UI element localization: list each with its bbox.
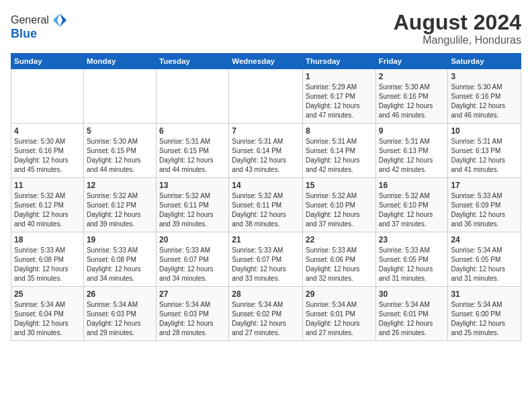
- calendar-header-wednesday: Wednesday: [229, 54, 303, 69]
- day-detail: Sunrise: 5:34 AM Sunset: 6:05 PM Dayligh…: [451, 246, 518, 283]
- day-number: 19: [87, 235, 153, 244]
- day-number: 4: [14, 126, 81, 136]
- calendar-week-3: 18Sunrise: 5:33 AM Sunset: 6:08 PM Dayli…: [11, 232, 521, 287]
- page-subtitle: Mangulile, Honduras: [394, 34, 521, 46]
- calendar-cell: 13Sunrise: 5:32 AM Sunset: 6:11 PM Dayli…: [156, 178, 228, 232]
- day-detail: Sunrise: 5:31 AM Sunset: 6:15 PM Dayligh…: [159, 137, 226, 175]
- calendar-cell: 9Sunrise: 5:31 AM Sunset: 6:13 PM Daylig…: [375, 124, 448, 178]
- logo-icon: [50, 11, 69, 30]
- day-detail: Sunrise: 5:33 AM Sunset: 6:08 PM Dayligh…: [87, 246, 153, 283]
- day-number: 30: [379, 289, 445, 299]
- day-number: 24: [451, 235, 518, 244]
- day-number: 29: [306, 289, 373, 299]
- day-number: 16: [379, 181, 445, 190]
- day-number: 8: [306, 126, 373, 136]
- calendar-cell: 4Sunrise: 5:30 AM Sunset: 6:16 PM Daylig…: [11, 124, 84, 178]
- calendar-table: SundayMondayTuesdayWednesdayThursdayFrid…: [11, 53, 521, 341]
- day-number: 1: [306, 72, 373, 81]
- page-title: August 2024: [394, 11, 521, 34]
- day-detail: Sunrise: 5:33 AM Sunset: 6:08 PM Dayligh…: [14, 246, 81, 283]
- day-number: 3: [451, 72, 518, 81]
- calendar-cell: 18Sunrise: 5:33 AM Sunset: 6:08 PM Dayli…: [11, 232, 84, 287]
- day-number: 22: [306, 235, 373, 244]
- day-detail: Sunrise: 5:34 AM Sunset: 6:00 PM Dayligh…: [451, 300, 518, 338]
- day-number: 27: [159, 289, 226, 299]
- day-detail: Sunrise: 5:30 AM Sunset: 6:16 PM Dayligh…: [379, 83, 445, 120]
- day-number: 2: [379, 72, 445, 81]
- day-number: 31: [451, 289, 518, 299]
- day-detail: Sunrise: 5:32 AM Sunset: 6:10 PM Dayligh…: [306, 191, 373, 229]
- day-detail: Sunrise: 5:32 AM Sunset: 6:12 PM Dayligh…: [87, 191, 153, 229]
- calendar-cell: 23Sunrise: 5:33 AM Sunset: 6:05 PM Dayli…: [375, 232, 448, 287]
- day-number: 23: [379, 235, 445, 244]
- day-detail: Sunrise: 5:32 AM Sunset: 6:12 PM Dayligh…: [14, 191, 81, 229]
- calendar-cell: 31Sunrise: 5:34 AM Sunset: 6:00 PM Dayli…: [448, 287, 521, 341]
- calendar-cell: 30Sunrise: 5:34 AM Sunset: 6:01 PM Dayli…: [375, 287, 448, 341]
- calendar-cell: 22Sunrise: 5:33 AM Sunset: 6:06 PM Dayli…: [302, 232, 375, 287]
- calendar-header-friday: Friday: [375, 54, 448, 69]
- calendar-cell: [229, 69, 303, 124]
- calendar-cell: 15Sunrise: 5:32 AM Sunset: 6:10 PM Dayli…: [302, 178, 375, 232]
- calendar-cell: 8Sunrise: 5:31 AM Sunset: 6:14 PM Daylig…: [302, 124, 375, 178]
- calendar-cell: 21Sunrise: 5:33 AM Sunset: 6:07 PM Dayli…: [229, 232, 303, 287]
- day-detail: Sunrise: 5:34 AM Sunset: 6:01 PM Dayligh…: [379, 300, 445, 338]
- calendar-cell: 27Sunrise: 5:34 AM Sunset: 6:03 PM Dayli…: [156, 287, 228, 341]
- calendar-week-2: 11Sunrise: 5:32 AM Sunset: 6:12 PM Dayli…: [11, 178, 521, 232]
- day-detail: Sunrise: 5:32 AM Sunset: 6:10 PM Dayligh…: [379, 191, 445, 229]
- title-block: August 2024 Mangulile, Honduras: [394, 11, 521, 46]
- day-number: 10: [451, 126, 518, 136]
- day-number: 13: [159, 181, 226, 190]
- day-number: 21: [232, 235, 300, 244]
- day-number: 17: [451, 181, 518, 190]
- day-detail: Sunrise: 5:32 AM Sunset: 6:11 PM Dayligh…: [159, 191, 226, 229]
- calendar-cell: 19Sunrise: 5:33 AM Sunset: 6:08 PM Dayli…: [83, 232, 156, 287]
- day-detail: Sunrise: 5:33 AM Sunset: 6:07 PM Dayligh…: [232, 246, 300, 283]
- calendar-cell: 29Sunrise: 5:34 AM Sunset: 6:01 PM Dayli…: [302, 287, 375, 341]
- day-detail: Sunrise: 5:34 AM Sunset: 6:03 PM Dayligh…: [87, 300, 153, 338]
- day-detail: Sunrise: 5:32 AM Sunset: 6:11 PM Dayligh…: [232, 191, 300, 229]
- day-number: 9: [379, 126, 445, 136]
- day-detail: Sunrise: 5:33 AM Sunset: 6:06 PM Dayligh…: [306, 246, 373, 283]
- day-number: 5: [87, 126, 153, 136]
- calendar-cell: 20Sunrise: 5:33 AM Sunset: 6:07 PM Dayli…: [156, 232, 228, 287]
- day-detail: Sunrise: 5:34 AM Sunset: 6:03 PM Dayligh…: [159, 300, 226, 338]
- header: General Blue August 2024 Mangulile, Hond…: [11, 11, 521, 46]
- calendar-cell: [83, 69, 156, 124]
- calendar-header-sunday: Sunday: [11, 54, 84, 69]
- day-detail: Sunrise: 5:30 AM Sunset: 6:16 PM Dayligh…: [451, 83, 518, 120]
- day-number: 18: [14, 235, 81, 244]
- day-detail: Sunrise: 5:31 AM Sunset: 6:14 PM Dayligh…: [232, 137, 300, 175]
- day-detail: Sunrise: 5:31 AM Sunset: 6:13 PM Dayligh…: [451, 137, 518, 175]
- day-number: 12: [87, 181, 153, 190]
- calendar-cell: 10Sunrise: 5:31 AM Sunset: 6:13 PM Dayli…: [448, 124, 521, 178]
- logo: General Blue: [11, 11, 69, 41]
- calendar-cell: 3Sunrise: 5:30 AM Sunset: 6:16 PM Daylig…: [448, 69, 521, 124]
- day-number: 20: [159, 235, 226, 244]
- calendar-cell: 28Sunrise: 5:34 AM Sunset: 6:02 PM Dayli…: [229, 287, 303, 341]
- day-detail: Sunrise: 5:31 AM Sunset: 6:14 PM Dayligh…: [306, 137, 373, 175]
- calendar-cell: 12Sunrise: 5:32 AM Sunset: 6:12 PM Dayli…: [83, 178, 156, 232]
- day-number: 6: [159, 126, 226, 136]
- calendar-cell: 24Sunrise: 5:34 AM Sunset: 6:05 PM Dayli…: [448, 232, 521, 287]
- day-detail: Sunrise: 5:30 AM Sunset: 6:16 PM Dayligh…: [14, 137, 81, 175]
- day-number: 25: [14, 289, 81, 299]
- calendar-cell: 2Sunrise: 5:30 AM Sunset: 6:16 PM Daylig…: [375, 69, 448, 124]
- day-number: 15: [306, 181, 373, 190]
- day-detail: Sunrise: 5:33 AM Sunset: 6:05 PM Dayligh…: [379, 246, 445, 283]
- calendar-cell: 26Sunrise: 5:34 AM Sunset: 6:03 PM Dayli…: [83, 287, 156, 341]
- calendar-header-monday: Monday: [83, 54, 156, 69]
- day-number: 28: [232, 289, 300, 299]
- calendar-week-4: 25Sunrise: 5:34 AM Sunset: 6:04 PM Dayli…: [11, 287, 521, 341]
- day-detail: Sunrise: 5:34 AM Sunset: 6:02 PM Dayligh…: [232, 300, 300, 338]
- day-detail: Sunrise: 5:34 AM Sunset: 6:04 PM Dayligh…: [14, 300, 81, 338]
- day-detail: Sunrise: 5:30 AM Sunset: 6:15 PM Dayligh…: [87, 137, 153, 175]
- calendar-header-tuesday: Tuesday: [156, 54, 228, 69]
- day-detail: Sunrise: 5:33 AM Sunset: 6:07 PM Dayligh…: [159, 246, 226, 283]
- day-detail: Sunrise: 5:31 AM Sunset: 6:13 PM Dayligh…: [379, 137, 445, 175]
- day-number: 7: [232, 126, 300, 136]
- day-detail: Sunrise: 5:34 AM Sunset: 6:01 PM Dayligh…: [306, 300, 373, 338]
- page: General Blue August 2024 Mangulile, Hond…: [0, 0, 532, 347]
- logo-general-text: General: [11, 14, 49, 26]
- calendar-header-row: SundayMondayTuesdayWednesdayThursdayFrid…: [11, 54, 521, 69]
- calendar-header-saturday: Saturday: [448, 54, 521, 69]
